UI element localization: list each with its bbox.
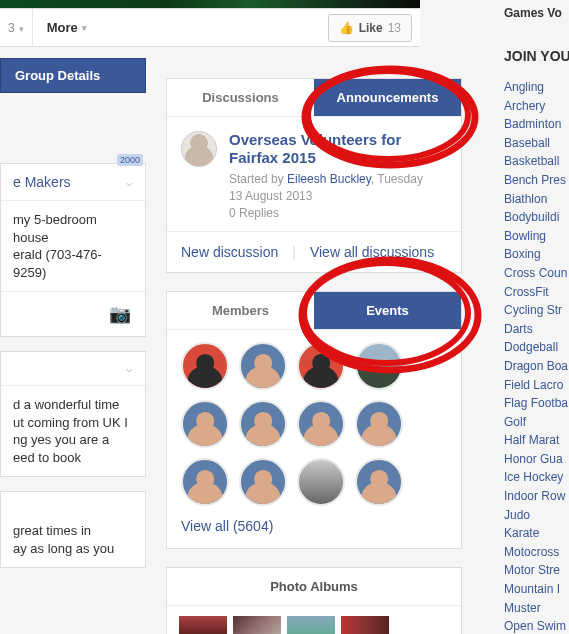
sidebar-box-body: my 5-bedroom house erald (703-476-9259) — [1, 201, 145, 291]
sport-list: AnglingArcheryBadmintonBaseballBasketbal… — [504, 78, 569, 634]
sidebar-box-2: ⌵ d a wonderful time ut coming from UK I… — [0, 351, 146, 477]
sport-link[interactable]: Darts — [504, 320, 569, 339]
new-discussion-link[interactable]: New discussion — [181, 244, 278, 260]
sidebar-box-body: great times in ay as long as you — [1, 492, 145, 567]
right-sidebar: Games Vo JOIN YOU AnglingArcheryBadminto… — [504, 0, 569, 634]
sport-link[interactable]: Motor Stre — [504, 561, 569, 580]
sport-link[interactable]: Bench Pres — [504, 171, 569, 190]
right-top-cutoff: Games Vo — [504, 6, 569, 20]
group-details-button[interactable]: Group Details — [0, 58, 146, 93]
album-thumb[interactable] — [233, 616, 281, 634]
chevron-down-icon: ⌵ — [126, 176, 133, 189]
sport-link[interactable]: Mountain I — [504, 580, 569, 599]
sport-link[interactable]: Baseball — [504, 134, 569, 153]
member-avatar[interactable] — [181, 342, 229, 390]
sidebar-box-3: great times in ay as long as you — [0, 491, 146, 568]
member-avatar[interactable] — [297, 458, 345, 506]
discussion-item: Overseas Volunteers for Fairfax 2015 Sta… — [167, 117, 461, 232]
chevron-down-icon: ⌵ — [126, 362, 133, 375]
photo-strip — [167, 606, 461, 634]
sport-link[interactable]: Bodybuildi — [504, 208, 569, 227]
author-link[interactable]: Eileesh Buckley — [287, 172, 371, 186]
member-avatar[interactable] — [239, 342, 287, 390]
member-avatar[interactable] — [355, 458, 403, 506]
sport-link[interactable]: Golf — [504, 413, 569, 432]
discussion-title[interactable]: Overseas Volunteers for Fairfax 2015 — [229, 131, 447, 167]
sport-link[interactable]: Cycling Str — [504, 301, 569, 320]
sport-link[interactable]: Muster — [504, 599, 569, 618]
sport-link[interactable]: Motocross — [504, 543, 569, 562]
tab-events[interactable]: Events — [314, 292, 461, 329]
tabs-members: Members Events — [167, 292, 461, 330]
member-avatar[interactable] — [181, 400, 229, 448]
sport-link[interactable]: CrossFit — [504, 283, 569, 302]
member-avatar[interactable] — [239, 400, 287, 448]
sidebar-box-header[interactable]: e Makers ⌵ — [1, 164, 145, 201]
main-column: Discussions Announcements Overseas Volun… — [166, 78, 462, 634]
camera-icon[interactable]: 📷 — [1, 291, 145, 336]
sport-link[interactable]: Basketball — [504, 152, 569, 171]
sport-link[interactable]: Angling — [504, 78, 569, 97]
sport-link[interactable]: Cross Coun — [504, 264, 569, 283]
album-thumb[interactable] — [287, 616, 335, 634]
tabs-discussions: Discussions Announcements — [167, 79, 461, 117]
group-toolbar: 3▾ More▾ 👍 Like 13 — [0, 8, 420, 47]
members-card: Members Events View all (5604) — [166, 291, 462, 549]
sport-link[interactable]: Karate — [504, 524, 569, 543]
avatar[interactable] — [181, 131, 217, 167]
tab-members[interactable]: Members — [167, 292, 314, 329]
thumbs-up-icon: 👍 — [339, 21, 354, 35]
toolbar-count: 3▾ — [0, 21, 32, 35]
member-avatar[interactable] — [355, 342, 403, 390]
sidebar-box-header[interactable]: ⌵ — [1, 352, 145, 386]
member-avatar[interactable] — [297, 342, 345, 390]
sport-link[interactable]: Bowling — [504, 227, 569, 246]
sport-link[interactable]: Archery — [504, 97, 569, 116]
tab-discussions[interactable]: Discussions — [167, 79, 314, 116]
sport-link[interactable]: Dragon Boa — [504, 357, 569, 376]
discussions-card: Discussions Announcements Overseas Volun… — [166, 78, 462, 273]
join-section-title: JOIN YOU — [504, 48, 569, 64]
tab-announcements[interactable]: Announcements — [314, 79, 461, 116]
left-sidebar: Group Details 2000 e Makers ⌵ my 5-bedro… — [0, 58, 146, 568]
cover-banner-strip — [0, 0, 420, 8]
sport-link[interactable]: Biathlon — [504, 190, 569, 209]
photo-albums-header: Photo Albums — [167, 568, 461, 605]
badge-count: 2000 — [117, 154, 143, 166]
like-button[interactable]: 👍 Like 13 — [328, 14, 412, 42]
album-thumb[interactable] — [179, 616, 227, 634]
chevron-down-icon: ▾ — [82, 23, 87, 33]
discussion-actions: New discussion | View all discussions — [167, 232, 461, 272]
sport-link[interactable]: Dodgeball — [504, 338, 569, 357]
sport-link[interactable]: Boxing — [504, 245, 569, 264]
sport-link[interactable]: Indoor Row — [504, 487, 569, 506]
sport-link[interactable]: Flag Footba — [504, 394, 569, 413]
sport-link[interactable]: Ice Hockey — [504, 468, 569, 487]
sport-link[interactable]: Judo — [504, 506, 569, 525]
view-all-discussions-link[interactable]: View all discussions — [310, 244, 434, 260]
album-thumb[interactable] — [341, 616, 389, 634]
photo-albums-card: Photo Albums — [166, 567, 462, 634]
member-grid — [167, 330, 461, 518]
sport-link[interactable]: Half Marat — [504, 431, 569, 450]
discussion-meta: Started by Eileesh Buckley, Tuesday 13 A… — [229, 171, 447, 221]
sidebar-box-makers: 2000 e Makers ⌵ my 5-bedroom house erald… — [0, 163, 146, 337]
view-all-members-link[interactable]: View all (5604) — [181, 518, 273, 534]
member-avatar[interactable] — [181, 458, 229, 506]
member-avatar[interactable] — [355, 400, 403, 448]
sidebar-box-body: d a wonderful time ut coming from UK I n… — [1, 386, 145, 476]
member-avatar[interactable] — [297, 400, 345, 448]
sport-link[interactable]: Honor Gua — [504, 450, 569, 469]
sport-link[interactable]: Badminton — [504, 115, 569, 134]
sport-link[interactable]: Field Lacro — [504, 376, 569, 395]
sport-link[interactable]: Open Swim — [504, 617, 569, 634]
more-button[interactable]: More▾ — [32, 9, 101, 46]
member-avatar[interactable] — [239, 458, 287, 506]
